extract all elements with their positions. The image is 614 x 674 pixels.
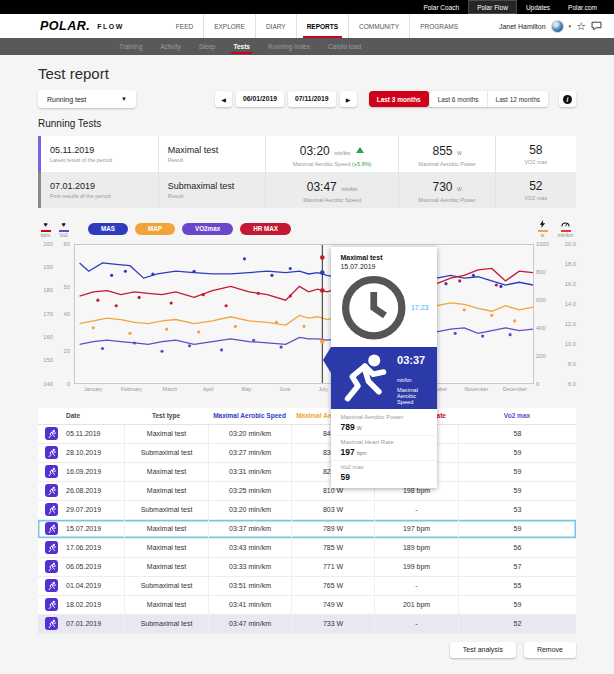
- topbar-link-polar-coach[interactable]: Polar Coach: [414, 0, 468, 14]
- topbar-link-polar-flow[interactable]: Polar Flow: [468, 0, 517, 14]
- user-name[interactable]: Janet Hamilton: [499, 23, 546, 30]
- data-point[interactable]: [275, 320, 278, 323]
- table-row[interactable]: 07.01.2019Submaximal test03:47 min/km733…: [38, 615, 576, 634]
- data-point[interactable]: [96, 298, 99, 301]
- topbar-link-polar-com[interactable]: Polar.com: [559, 0, 606, 14]
- sport-filter-dropdown[interactable]: Running test ▼: [38, 90, 136, 108]
- data-point[interactable]: [124, 269, 127, 272]
- subnav-item-activity[interactable]: Activity: [151, 38, 190, 55]
- data-point[interactable]: [220, 348, 223, 351]
- table-row[interactable]: 28.10.2019Submaximal test03:27 min/km831…: [38, 444, 576, 463]
- date-to-field[interactable]: 07/11/2019: [288, 91, 336, 107]
- legend-pill-vo2max[interactable]: VO2max: [182, 223, 233, 235]
- subnav-item-sleep[interactable]: Sleep: [190, 38, 225, 55]
- data-point[interactable]: [257, 291, 260, 294]
- legend-pill-mas[interactable]: MAS: [88, 223, 128, 235]
- selected-data-point[interactable]: [320, 270, 325, 275]
- data-point[interactable]: [289, 266, 292, 269]
- data-point[interactable]: [490, 313, 493, 316]
- selected-data-point[interactable]: [320, 255, 325, 260]
- nav-item-diary[interactable]: DIARY: [255, 14, 296, 38]
- range-button-last-6-months[interactable]: Last 6 months: [429, 91, 487, 107]
- data-point[interactable]: [481, 334, 484, 337]
- table-row[interactable]: 15.07.2019Maximal test03:37 min/km789 W1…: [38, 520, 576, 539]
- axis-tick: 140: [38, 381, 53, 387]
- table-row[interactable]: 05.11.2019Maximal test03:20 min/km840 W2…: [38, 425, 576, 444]
- nav-item-reports[interactable]: REPORTS: [296, 14, 348, 38]
- data-point[interactable]: [188, 344, 191, 347]
- data-point[interactable]: [115, 304, 118, 307]
- data-point[interactable]: [243, 257, 246, 260]
- nav-item-programs[interactable]: PROGRAMS: [409, 14, 468, 38]
- axis-tick: 10.0: [558, 341, 576, 347]
- chart-plot-area[interactable]: Maximal test 15.07.2019 17:23: [74, 244, 534, 384]
- nav-item-community[interactable]: COMMUNITY: [348, 14, 409, 38]
- data-point[interactable]: [454, 331, 457, 334]
- data-point[interactable]: [513, 319, 516, 322]
- table-row[interactable]: 16.09.2019Maximal test03:31 min/km823 W1…: [38, 463, 576, 482]
- table-row[interactable]: 01.04.2019Submaximal test03:51 min/km765…: [38, 577, 576, 596]
- subnav-item-training[interactable]: Training: [110, 38, 151, 55]
- data-point[interactable]: [499, 284, 502, 287]
- selected-data-point[interactable]: [320, 339, 325, 344]
- data-point[interactable]: [495, 283, 498, 286]
- data-point[interactable]: [463, 308, 466, 311]
- user-menu-caret-icon[interactable]: ▾: [569, 23, 572, 29]
- data-point[interactable]: [101, 346, 104, 349]
- table-row[interactable]: 18.02.2019Maximal test03:41 min/km749 W2…: [38, 596, 576, 615]
- polar-logo[interactable]: POLAR.: [40, 19, 90, 33]
- legend-pill-map[interactable]: MAP: [135, 223, 175, 235]
- tooltip-date: 15.07.2019: [340, 263, 428, 270]
- data-point[interactable]: [252, 338, 255, 341]
- date-from-field[interactable]: 06/01/2019: [236, 91, 284, 107]
- data-point[interactable]: [128, 331, 131, 334]
- topbar-link-updates[interactable]: Updates: [517, 0, 559, 14]
- data-point[interactable]: [458, 279, 461, 282]
- data-point[interactable]: [302, 324, 305, 327]
- legend-pill-hr-max[interactable]: HR MAX: [240, 223, 291, 235]
- table-row[interactable]: 17.06.2019Maximal test03:43 min/km785 W1…: [38, 539, 576, 558]
- data-point[interactable]: [509, 333, 512, 336]
- chat-icon[interactable]: [591, 21, 602, 31]
- next-period-button[interactable]: ▶: [340, 91, 357, 107]
- subnav-item-cardio-load[interactable]: Cardio load: [319, 38, 370, 55]
- lightning-icon: [539, 220, 546, 228]
- subnav-item-running-index[interactable]: Running Index: [259, 38, 319, 55]
- nav-item-explore[interactable]: EXPLORE: [203, 14, 255, 38]
- data-point[interactable]: [92, 326, 95, 329]
- table-row[interactable]: 06.05.2019Maximal test03:33 min/km771 W1…: [38, 558, 576, 577]
- selected-data-point[interactable]: [320, 288, 325, 293]
- cell-heart-rate: 189 bpm: [374, 539, 458, 557]
- data-point[interactable]: [444, 282, 447, 285]
- data-point[interactable]: [289, 294, 292, 297]
- data-point[interactable]: [133, 341, 136, 344]
- prev-period-button[interactable]: ◀: [215, 91, 232, 107]
- data-point[interactable]: [151, 272, 154, 275]
- data-point[interactable]: [160, 349, 163, 352]
- data-point[interactable]: [270, 273, 273, 276]
- data-point[interactable]: [165, 327, 168, 330]
- data-point[interactable]: [234, 324, 237, 327]
- tooltip-speed: 03:37: [397, 354, 425, 366]
- table-row[interactable]: 26.08.2019Maximal test03:25 min/km810 W1…: [38, 482, 576, 501]
- data-point[interactable]: [197, 330, 200, 333]
- data-point[interactable]: [472, 273, 475, 276]
- remove-button[interactable]: Remove: [524, 642, 576, 658]
- data-point[interactable]: [225, 304, 228, 307]
- data-point[interactable]: [192, 269, 195, 272]
- favorites-star-icon[interactable]: ☆: [576, 21, 586, 32]
- data-point[interactable]: [110, 273, 113, 276]
- avatar[interactable]: [551, 20, 564, 33]
- data-point[interactable]: [138, 295, 141, 298]
- table-row[interactable]: 29.07.2019Submaximal test03:20 min/km803…: [38, 501, 576, 520]
- data-point[interactable]: [202, 293, 205, 296]
- subnav-item-tests[interactable]: Tests: [224, 38, 259, 55]
- data-point[interactable]: [280, 345, 283, 348]
- range-button-last-3-months[interactable]: Last 3 months: [369, 91, 429, 107]
- test-analysis-button[interactable]: Test analysis: [450, 642, 516, 658]
- nav-item-feed[interactable]: FEED: [166, 14, 203, 38]
- range-button-last-12-months[interactable]: Last 12 months: [487, 91, 548, 107]
- info-button[interactable]: [559, 91, 576, 107]
- data-point[interactable]: [170, 301, 173, 304]
- top-black-bar: Polar CoachPolar FlowUpdatesPolar.com: [0, 0, 614, 14]
